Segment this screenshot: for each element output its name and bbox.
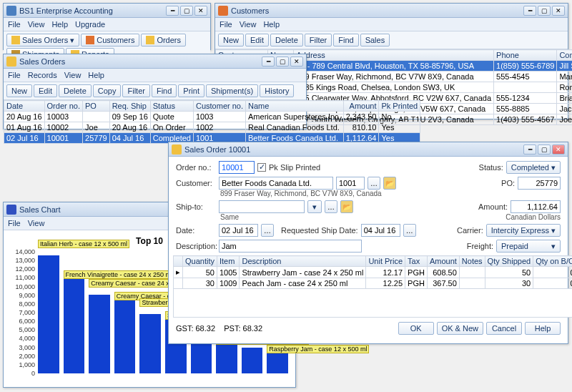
- minimize-icon[interactable]: ━: [262, 57, 275, 67]
- help-button[interactable]: Help: [525, 322, 561, 335]
- history-button[interactable]: History: [260, 84, 294, 97]
- filter-button[interactable]: Filter: [122, 84, 149, 97]
- menu-view[interactable]: View: [28, 219, 45, 227]
- customers-icon: [218, 6, 228, 16]
- maximize-icon[interactable]: ▢: [180, 6, 193, 16]
- customers-menubar: File View Help: [215, 18, 568, 31]
- customer-address: 899 Fraser Way, Richmond, BC V7W 8X9, Ca…: [220, 190, 561, 197]
- pst-label: PST: 68.32: [224, 324, 262, 333]
- y-tick: 10,000: [6, 283, 35, 290]
- menu-file[interactable]: File: [8, 71, 21, 79]
- menu-help[interactable]: Help: [88, 71, 104, 79]
- cancel-button[interactable]: Cancel: [486, 322, 522, 335]
- close-icon[interactable]: ✕: [194, 6, 207, 16]
- pk-printed-check[interactable]: [257, 163, 266, 172]
- delete-button[interactable]: Delete: [59, 84, 92, 97]
- close-icon[interactable]: ✕: [290, 57, 303, 67]
- y-tick: 7,000: [6, 309, 35, 316]
- desc-field[interactable]: [219, 240, 362, 253]
- amount-label: Amount:: [478, 202, 508, 211]
- order-no-field[interactable]: [219, 161, 255, 174]
- amount-field: [511, 200, 561, 213]
- maximize-icon[interactable]: ▢: [538, 144, 551, 155]
- currency: Canadian Dollars: [506, 213, 561, 221]
- menu-view[interactable]: View: [240, 20, 257, 29]
- new-button[interactable]: New: [218, 34, 244, 46]
- customer-no-field[interactable]: [336, 177, 365, 190]
- maximize-icon[interactable]: ▢: [538, 6, 551, 16]
- grid-header: Quantity Item Description Unit Price Tax…: [174, 256, 573, 267]
- close-icon[interactable]: ✕: [552, 144, 565, 155]
- menu-file[interactable]: File: [8, 20, 21, 29]
- edit-button[interactable]: Edit: [245, 34, 269, 46]
- chart-bar: Creamy Caesar - case 24 x 250 ml: [89, 295, 110, 374]
- customer-lookup-icon[interactable]: …: [368, 177, 380, 190]
- edit-button[interactable]: Edit: [34, 84, 57, 97]
- find-button[interactable]: Find: [152, 84, 177, 97]
- table-row[interactable]: 301009Peach Jam - case 24 x 250 ml12.25P…: [174, 278, 573, 289]
- minimize-icon[interactable]: ━: [523, 144, 536, 155]
- pk-printed-label: Pk Slip Printed: [269, 163, 320, 172]
- so-titlebar: Sales Orders ━ ▢ ✕: [4, 54, 306, 69]
- customers-title: Customers: [231, 6, 523, 15]
- menu-file[interactable]: File: [220, 20, 232, 29]
- shipto-field[interactable]: [219, 200, 305, 213]
- bar-label: Raspberry Jam - case 12 x 500 ml: [267, 345, 369, 353]
- filter-button[interactable]: Filter: [305, 34, 332, 46]
- po-label: PO:: [501, 179, 515, 187]
- minimize-icon[interactable]: ━: [523, 6, 536, 16]
- order-lines-grid[interactable]: Quantity Item Description Unit Price Tax…: [173, 255, 572, 318]
- y-tick: 5,000: [6, 326, 35, 333]
- menu-file[interactable]: File: [8, 219, 21, 227]
- ok-button[interactable]: OK: [398, 322, 434, 335]
- table-row[interactable]: 01 Aug 1610002Joe20 Aug 16On Order1002Re…: [4, 122, 420, 133]
- menu-records[interactable]: Records: [28, 71, 57, 79]
- customers-toolbar: New Edit Delete Filter Find Sales: [215, 31, 568, 49]
- print-button[interactable]: Print: [178, 84, 204, 97]
- so-grid[interactable]: DateOrder no.POReq. ShipStatusCustomer n…: [4, 100, 420, 144]
- shipto-lookup-icon[interactable]: …: [325, 200, 337, 213]
- table-row[interactable]: 20 Aug 161000309 Sep 16Quote1003American…: [4, 112, 420, 122]
- carrier-dropdown[interactable]: Intercity Express ▾: [486, 224, 561, 237]
- po-field[interactable]: [518, 177, 561, 190]
- minimize-icon[interactable]: ━: [166, 6, 179, 16]
- main-titlebar: BS1 Enterprise Accounting ━ ▢ ✕: [4, 4, 210, 18]
- req-date-field[interactable]: [361, 224, 400, 237]
- sales-button[interactable]: Sales: [360, 34, 390, 46]
- bar-label: French Vinaigrette - case 24 x 250 ml: [64, 270, 174, 279]
- y-tick: 8,000: [6, 300, 35, 308]
- y-tick: 2,000: [6, 353, 35, 360]
- menu-help[interactable]: Help: [51, 20, 68, 29]
- status-dropdown[interactable]: Completed ▾: [506, 161, 561, 174]
- new-button[interactable]: New: [6, 84, 32, 97]
- menu-upgrade[interactable]: Upgrade: [75, 20, 105, 29]
- orders-button[interactable]: Orders: [141, 34, 186, 46]
- order-titlebar: Sales Order 10001 ━ ▢ ✕: [169, 142, 568, 157]
- copy-button[interactable]: Copy: [93, 84, 122, 97]
- customer-open-icon[interactable]: 📂: [383, 177, 396, 190]
- date-picker-icon[interactable]: …: [261, 224, 274, 237]
- shipments-button[interactable]: Shipment(s): [206, 84, 258, 97]
- chart-bar: Italian Herb - case 12 x 500 ml: [38, 255, 59, 373]
- date-label: Date:: [176, 226, 216, 235]
- customers-titlebar: Customers ━ ▢ ✕: [215, 4, 568, 18]
- find-button[interactable]: Find: [333, 34, 358, 46]
- shipto-dropdown[interactable]: ▾: [307, 200, 322, 213]
- close-icon[interactable]: ✕: [552, 6, 565, 16]
- ok-new-button[interactable]: OK & New: [437, 322, 483, 335]
- y-tick: 3,000: [6, 344, 35, 351]
- customers-button[interactable]: Customers: [81, 34, 139, 46]
- freight-dropdown[interactable]: Prepaid ▾: [496, 240, 561, 253]
- gst-label: GST: 68.32: [176, 324, 215, 333]
- maximize-icon[interactable]: ▢: [276, 57, 289, 67]
- sales-orders-dropdown[interactable]: Sales Orders ▾: [6, 34, 79, 46]
- date-field[interactable]: [219, 224, 258, 237]
- menu-view[interactable]: View: [28, 20, 45, 29]
- menu-help[interactable]: Help: [263, 20, 280, 29]
- customer-name-field[interactable]: [219, 177, 333, 190]
- menu-view[interactable]: View: [64, 71, 82, 79]
- shipto-open-icon[interactable]: 📂: [340, 200, 353, 213]
- req-date-picker-icon[interactable]: …: [403, 224, 416, 237]
- table-row[interactable]: ▸501005Strawberry Jam - case 24 x 250 ml…: [174, 267, 573, 278]
- delete-button[interactable]: Delete: [270, 34, 303, 46]
